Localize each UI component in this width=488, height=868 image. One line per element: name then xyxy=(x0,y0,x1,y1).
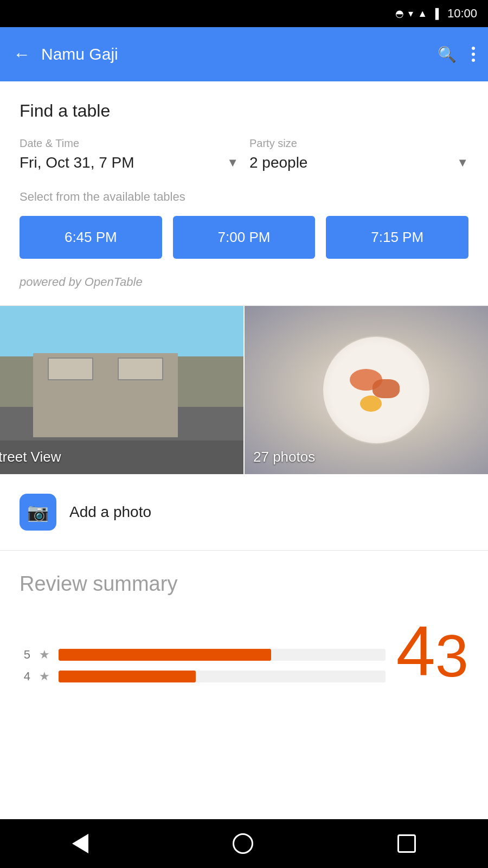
powered-by: powered by OpenTable xyxy=(20,275,468,289)
bar-fill-5 xyxy=(59,649,271,661)
status-icons: ◓ ▾ ▲ ▐ 10:00 xyxy=(395,7,477,21)
rating-bars: 5 ★ 4 ★ xyxy=(20,648,386,691)
time-slots-row: 6:45 PM 7:00 PM 7:15 PM xyxy=(20,216,468,259)
home-circle-icon xyxy=(233,833,253,854)
datetime-label: Date & Time xyxy=(20,137,239,150)
big-rating-num-4: 4 xyxy=(396,615,435,686)
available-label: Select from the available tables xyxy=(20,190,468,204)
dot1 xyxy=(472,47,475,50)
review-section: Review summary 5 ★ 4 ★ 4 3 xyxy=(0,551,488,702)
rating-row-4: 4 ★ xyxy=(20,669,386,684)
find-table-title: Find a table xyxy=(20,101,468,121)
food-item-3 xyxy=(360,395,382,412)
status-time: 10:00 xyxy=(447,7,477,21)
star-4: ★ xyxy=(39,669,50,684)
food-photo[interactable]: 27 photos xyxy=(245,306,488,474)
rating-num-4: 4 xyxy=(20,669,30,684)
bar-track-4 xyxy=(59,671,386,682)
search-button[interactable]: 🔍 xyxy=(438,46,457,63)
timeslot-715[interactable]: 7:15 PM xyxy=(326,216,468,259)
more-button[interactable] xyxy=(472,47,475,62)
rating-row-5: 5 ★ xyxy=(20,648,386,662)
partysize-arrow: ▼ xyxy=(457,156,468,170)
selectors-row: Date & Time Fri, Oct 31, 7 PM ▼ Party si… xyxy=(20,137,468,175)
timeslot-700[interactable]: 7:00 PM xyxy=(173,216,316,259)
review-title: Review summary xyxy=(20,572,468,596)
street-view-photo[interactable]: Street View xyxy=(0,306,245,474)
bottom-nav xyxy=(0,819,488,868)
nav-back-button[interactable] xyxy=(72,834,88,853)
dot3 xyxy=(472,59,475,62)
add-photo-label: Add a photo xyxy=(69,503,151,521)
battery-icon: ▐ xyxy=(432,8,439,20)
partysize-selector[interactable]: Party size 2 people ▼ xyxy=(249,137,468,175)
rating-num-5: 5 xyxy=(20,648,30,662)
building xyxy=(33,353,178,437)
wifi-icon: ▾ xyxy=(408,8,413,20)
camera-icon-wrap: 📷 xyxy=(20,494,56,531)
location-icon: ◓ xyxy=(395,8,404,20)
photos-row: Street View 27 photos xyxy=(0,306,488,474)
back-triangle-icon xyxy=(72,834,88,853)
photos-count-label: 27 photos xyxy=(253,449,315,465)
recents-square-icon xyxy=(397,834,416,853)
add-photo-row[interactable]: 📷 Add a photo xyxy=(0,474,488,550)
partysize-label: Party size xyxy=(249,137,468,150)
timeslot-645[interactable]: 6:45 PM xyxy=(20,216,162,259)
dot2 xyxy=(472,53,475,56)
camera-icon: 📷 xyxy=(27,502,49,522)
datetime-selector[interactable]: Date & Time Fri, Oct 31, 7 PM ▼ xyxy=(20,137,239,175)
food-item-2 xyxy=(373,379,400,398)
food-plate xyxy=(322,336,431,444)
status-bar: ◓ ▾ ▲ ▐ 10:00 xyxy=(0,0,488,27)
datetime-arrow: ▼ xyxy=(227,156,239,170)
back-button[interactable]: ← xyxy=(13,44,30,65)
rating-overview: 5 ★ 4 ★ 4 3 xyxy=(20,615,468,691)
partysize-value[interactable]: 2 people ▼ xyxy=(249,154,468,175)
datetime-value[interactable]: Fri, Oct 31, 7 PM ▼ xyxy=(20,154,239,175)
app-bar: ← Namu Gaji 🔍 xyxy=(0,27,488,81)
nav-home-button[interactable] xyxy=(233,833,253,854)
bar-fill-4 xyxy=(59,671,196,682)
big-rating: 4 3 xyxy=(386,615,469,691)
main-content: Find a table Date & Time Fri, Oct 31, 7 … xyxy=(0,81,488,289)
star-5: ★ xyxy=(39,648,50,662)
street-view-label: Street View xyxy=(0,449,61,465)
nav-recents-button[interactable] xyxy=(397,834,416,853)
bottom-spacer xyxy=(0,702,488,751)
app-bar-title: Namu Gaji xyxy=(41,45,427,63)
signal-icon: ▲ xyxy=(418,8,427,20)
bar-track-5 xyxy=(59,649,386,661)
big-rating-num-3: 3 xyxy=(435,626,468,686)
